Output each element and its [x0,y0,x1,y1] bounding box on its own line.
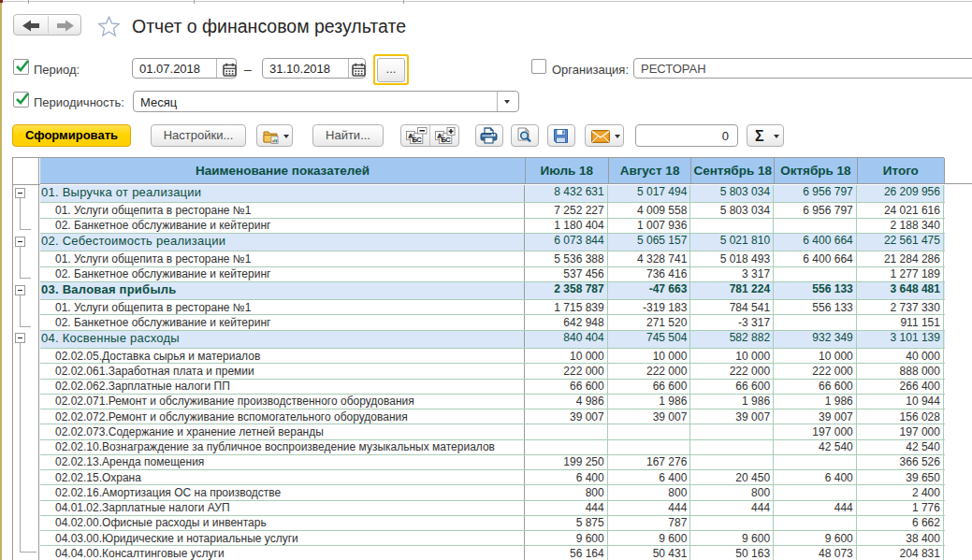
svg-text:С: С [416,136,422,144]
svg-text:С: С [445,136,451,144]
